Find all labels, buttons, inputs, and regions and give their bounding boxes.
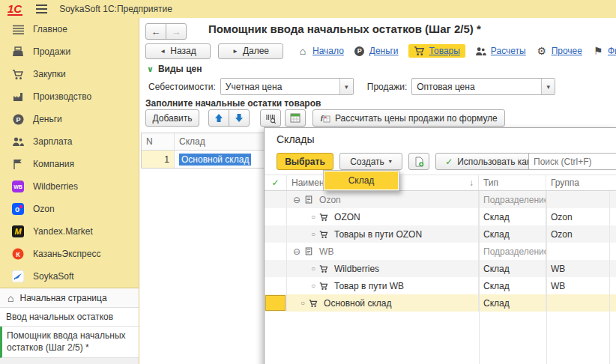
1c-logo: 1С bbox=[7, 3, 22, 16]
flag-icon: ⚑ bbox=[592, 46, 604, 56]
sidebar-item-company[interactable]: Компания bbox=[0, 153, 139, 175]
column-separator bbox=[546, 191, 547, 364]
move-down-button[interactable] bbox=[229, 109, 250, 127]
svg-text:WB: WB bbox=[13, 184, 22, 189]
svg-text:К: К bbox=[16, 251, 20, 258]
tab-label: Начальная страница bbox=[19, 293, 106, 303]
fill-table-icon bbox=[290, 113, 301, 123]
radio-icon[interactable]: ○ bbox=[311, 231, 315, 238]
col-n[interactable]: N bbox=[142, 133, 175, 150]
col-check[interactable]: ✓ bbox=[265, 175, 287, 190]
warehouse-cart-icon bbox=[319, 212, 330, 222]
search-input[interactable] bbox=[528, 153, 616, 170]
tab-home-page[interactable]: ⌂ Начальная страница bbox=[0, 288, 139, 308]
wizard-nav: ◄ Назад ► Далее ⌂ Начало Р Деньги Товары bbox=[145, 43, 616, 59]
ruble-circle-icon: Р bbox=[11, 113, 25, 125]
warehouse-row[interactable]: ○ Товар в пути WB Склад WB bbox=[265, 277, 616, 294]
radio-icon[interactable]: ○ bbox=[311, 282, 315, 290]
sidebar-item-main[interactable]: Главное bbox=[0, 18, 139, 40]
tab-wizard-active[interactable]: Помощник ввода начальных остатков (Шаг 2… bbox=[0, 327, 139, 358]
create-button[interactable]: Создать ▾ bbox=[339, 153, 402, 170]
main-menu-icon[interactable] bbox=[36, 4, 47, 13]
sidebar-item-label: Главное bbox=[33, 24, 67, 34]
home-icon: ⌂ bbox=[7, 293, 13, 303]
right-triangle-icon: ► bbox=[232, 48, 238, 55]
menu-item-warehouse[interactable]: Склад bbox=[324, 172, 398, 189]
add-button[interactable]: Добавить bbox=[145, 109, 199, 127]
wildberries-icon: WB bbox=[11, 181, 25, 192]
group-row[interactable]: ⊖ WB Подразделение bbox=[265, 243, 616, 260]
fill-table-button[interactable] bbox=[285, 109, 306, 127]
yandex-market-icon: M bbox=[11, 225, 25, 237]
step-settlements[interactable]: Расчеты bbox=[475, 46, 526, 56]
step-goods-active[interactable]: Товары bbox=[408, 44, 465, 58]
radio-icon[interactable]: ○ bbox=[311, 265, 315, 273]
warehouse-row[interactable]: ○ OZON Склад Ozon bbox=[265, 208, 616, 225]
history-back-button[interactable]: ← bbox=[145, 23, 166, 40]
people-icon bbox=[475, 46, 487, 56]
sidebar-item-money[interactable]: Р Деньги bbox=[0, 108, 139, 130]
table-header: ✓ Наименование ↓ Тип Группа bbox=[265, 175, 616, 191]
next-button[interactable]: ► Далее bbox=[218, 43, 283, 59]
sidebar: Главное Продажи Закупки Производство Р Д… bbox=[0, 18, 139, 364]
warehouse-cell[interactable]: Основной склад bbox=[175, 151, 265, 168]
col-type[interactable]: Тип bbox=[479, 175, 546, 190]
chevron-down-icon[interactable]: ▾ bbox=[541, 79, 555, 94]
app-title: SoykaSoft 1С:Предприятие bbox=[59, 4, 172, 14]
sale-price-select[interactable]: Оптовая цена ▾ bbox=[411, 78, 555, 95]
collapse-toggle-icon[interactable]: ⊖ bbox=[293, 195, 301, 204]
cash-register-icon bbox=[11, 46, 25, 58]
factory-icon bbox=[11, 91, 25, 103]
sidebar-item-wildberries[interactable]: WB Wildberries bbox=[0, 175, 139, 198]
history-forward-button[interactable]: → bbox=[166, 23, 187, 40]
ozon-icon: o bbox=[11, 203, 25, 215]
calc-sale-prices-button[interactable]: f Рассчитать цены продажи по формуле bbox=[312, 109, 505, 127]
popup-toolbar: Выбрать Создать ▾ ✓ Использовать как осн… bbox=[265, 153, 616, 171]
sidebar-item-production[interactable]: Производство bbox=[0, 85, 139, 108]
cart-icon bbox=[414, 46, 426, 56]
warehouse-row[interactable]: ○ Wildberries Склад WB bbox=[265, 260, 616, 277]
barcode-icon bbox=[265, 113, 276, 124]
select-button[interactable]: Выбрать bbox=[277, 153, 333, 170]
back-button[interactable]: ◄ Назад bbox=[145, 43, 211, 59]
move-up-button[interactable] bbox=[208, 109, 229, 127]
barcode-scan-button[interactable] bbox=[260, 109, 281, 127]
page-title: Помощник ввода начальных остатков (Шаг 2… bbox=[208, 22, 481, 35]
radio-icon[interactable]: ○ bbox=[311, 213, 315, 221]
sidebar-item-yandex-market[interactable]: M Yandex.Market bbox=[0, 220, 139, 243]
scrollbar-edge bbox=[609, 191, 610, 364]
sidebar-item-label: Закупки bbox=[33, 69, 66, 79]
warehouse-row[interactable]: ○ Товары в пути OZON Склад Ozon bbox=[265, 225, 616, 243]
sidebar-item-soykasoft[interactable]: SoykaSoft bbox=[0, 265, 139, 288]
group-row[interactable]: ⊖ Ozon Подразделение bbox=[265, 191, 616, 208]
svg-text:M: M bbox=[14, 227, 22, 236]
tab-initial-balances[interactable]: Ввод начальных остатков bbox=[0, 308, 139, 327]
sidebar-item-purchases[interactable]: Закупки bbox=[0, 63, 139, 85]
sidebar-item-label: Yandex.Market bbox=[33, 226, 93, 237]
sale-price-label: Продажи: bbox=[367, 82, 407, 92]
radio-icon[interactable]: ○ bbox=[301, 300, 305, 307]
collapse-toggle-icon[interactable]: ⊖ bbox=[293, 247, 301, 256]
sidebar-item-label: Компания bbox=[33, 159, 74, 169]
chevron-down-icon[interactable]: ▾ bbox=[339, 79, 353, 94]
sort-down-icon: ↓ bbox=[469, 178, 474, 188]
col-group[interactable]: Группа bbox=[546, 175, 616, 190]
cost-price-select[interactable]: Учетная цена ▾ bbox=[220, 78, 354, 95]
warehouse-row-selected[interactable]: ○ Основной склад Склад bbox=[265, 294, 616, 312]
step-start[interactable]: ⌂ Начало bbox=[297, 46, 344, 56]
sidebar-item-kazanexpress[interactable]: К КазаньЭкспресс bbox=[0, 243, 139, 265]
new-group-icon bbox=[414, 157, 424, 167]
price-types-section-header[interactable]: ∨ Виды цен bbox=[147, 64, 202, 74]
sidebar-item-sales[interactable]: Продажи bbox=[0, 40, 139, 63]
sidebar-item-salary[interactable]: Зарплата bbox=[0, 130, 139, 153]
chevron-down-icon: ▾ bbox=[389, 158, 392, 165]
step-other[interactable]: ⚙ Прочее bbox=[536, 46, 582, 56]
step-finish[interactable]: ⚑ Финиш bbox=[592, 46, 616, 56]
step-money[interactable]: Р Деньги bbox=[354, 46, 399, 56]
sidebar-item-label: Продажи bbox=[33, 46, 70, 57]
col-warehouse[interactable]: Склад bbox=[175, 133, 265, 150]
sidebar-item-ozon[interactable]: o Ozon bbox=[0, 198, 139, 220]
create-group-button[interactable] bbox=[408, 153, 429, 170]
table-row[interactable]: 1 Основной склад bbox=[142, 151, 265, 168]
sidebar-item-label: Производство bbox=[33, 91, 91, 102]
